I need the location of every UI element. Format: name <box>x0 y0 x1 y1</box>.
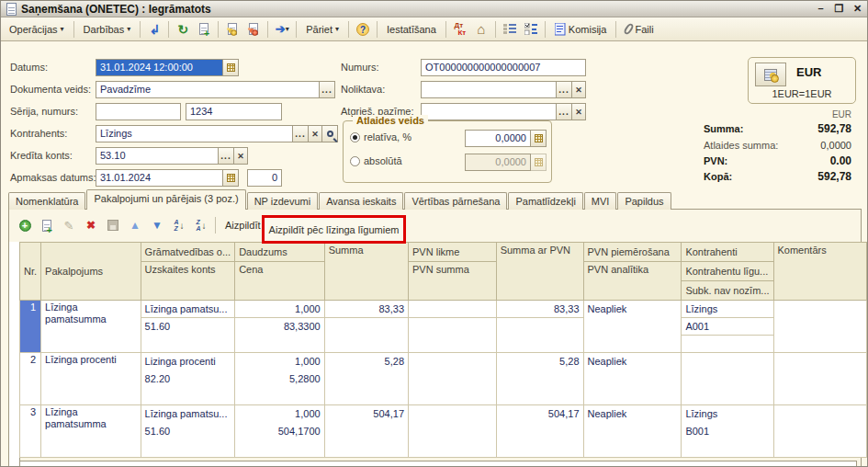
cell-konts[interactable]: Līzinga pamatsu... 51.60 <box>141 405 235 458</box>
darbibas-menu[interactable]: Darbības▾ <box>79 22 136 37</box>
kontrahents-search-button[interactable] <box>322 125 338 142</box>
kontrahents-input[interactable]: Līzings <box>96 125 293 142</box>
cell-daudzums-cena[interactable]: 1,000 5,2800 <box>235 353 325 405</box>
kontrahents-clear-button[interactable]: ✕ <box>309 125 322 142</box>
cell-summa[interactable]: 83,33 <box>324 301 408 353</box>
cell-konts[interactable]: Līzinga pamatsu... 51.60 <box>141 301 235 353</box>
cell-summa[interactable]: 504,17 <box>324 405 408 458</box>
minimize-button[interactable]: – <box>813 3 829 16</box>
save-close-button[interactable]: ↲ <box>145 21 163 38</box>
kredita-konts-input[interactable]: 53.10 <box>96 147 219 165</box>
pariet-menu[interactable]: Pāriet▾ <box>301 22 344 37</box>
cell-konts[interactable]: Lizinga procenti 82.20 <box>141 353 235 405</box>
restore-button[interactable]: ❐ <box>831 3 847 16</box>
company-button[interactable]: ⌂ <box>472 21 490 38</box>
cell-pakalpojums[interactable]: Līzinga pamatsumma <box>41 405 141 458</box>
row-add-button[interactable]: + <box>17 218 33 233</box>
cell-summa-ar-pvn[interactable]: 83,33 <box>496 301 583 353</box>
tab-papildus[interactable]: Papildus <box>617 192 671 210</box>
cell-summa-ar-pvn[interactable]: 504,17 <box>496 405 583 458</box>
apmaksas-datums-calendar-button[interactable] <box>223 169 239 187</box>
row-move-up-button[interactable]: ▲ <box>127 218 143 233</box>
absoluta-input[interactable]: 0,0000 <box>465 154 531 171</box>
tab-pakalpojumi[interactable]: Pakalpojumi un pārējais (3 poz.) <box>86 189 245 210</box>
help-button[interactable]: ? <box>354 21 372 38</box>
dokumenta-veids-select-button[interactable]: ... <box>320 81 335 98</box>
cell-summa[interactable]: 5,28 <box>324 353 408 405</box>
row-delete-button[interactable]: ✖ <box>83 218 99 233</box>
relativa-radio[interactable] <box>350 132 360 142</box>
relativa-calc-button[interactable] <box>531 130 547 147</box>
cell-komentars[interactable] <box>773 301 867 353</box>
row-move-down-button[interactable]: ▼ <box>149 218 165 233</box>
iestatisana-button[interactable]: Iestatīšana <box>382 22 441 37</box>
apmaksas-datums-input[interactable]: 31.01.2024 <box>96 169 223 187</box>
row-copy-button[interactable]: + <box>39 218 55 233</box>
kredita-konts-select-button[interactable]: ... <box>219 147 234 165</box>
cell-daudzums-cena[interactable]: 1,000 83,3300 <box>235 301 325 353</box>
sort-asc-button[interactable]: AZ↓ <box>171 218 187 233</box>
cell-kontrahenti[interactable]: Līzings A001 <box>682 301 773 353</box>
absoluta-calc-button[interactable] <box>531 154 547 171</box>
list-settings-button[interactable] <box>501 21 519 38</box>
dokumenta-veids-input[interactable]: Pavadzīme <box>96 81 320 98</box>
numurs-input[interactable]: OT000000000000000007 <box>421 59 586 76</box>
atgries-pazime-input[interactable] <box>421 103 557 120</box>
absoluta-radio[interactable] <box>350 156 360 166</box>
operacijas-menu[interactable]: Operācijas▾ <box>5 22 69 37</box>
cell-kontrahenti[interactable] <box>682 353 773 405</box>
dtkt-button[interactable]: ДтКт <box>451 21 469 38</box>
refresh-button[interactable]: ↻ <box>174 21 192 38</box>
row-save-button[interactable] <box>105 218 121 233</box>
cell-pvn-piemerosana[interactable]: Neapliek <box>583 301 682 353</box>
cell-pvn-likme[interactable] <box>409 353 497 405</box>
cell-komentars[interactable] <box>773 405 867 458</box>
sort-desc-button[interactable]: ZA↓ <box>193 218 209 233</box>
kredita-konts-clear-button[interactable]: ✕ <box>234 147 248 165</box>
cell-pakalpojums[interactable]: Līzinga pamatsumma <box>41 301 141 353</box>
row-number-selected[interactable]: 1 <box>20 301 41 353</box>
serija-input[interactable] <box>96 103 181 120</box>
noliktava-input[interactable] <box>421 81 557 98</box>
row-edit-button[interactable]: ✎ <box>61 218 77 233</box>
cell-pvn-piemerosana[interactable]: Neapliek <box>583 353 682 405</box>
list-icon <box>503 23 516 35</box>
row-number[interactable]: 3 <box>20 405 41 458</box>
komisija-button[interactable]: Komisija <box>550 21 612 38</box>
noliktava-select-button[interactable]: ... <box>557 81 572 98</box>
apmaksas-dienas-input[interactable]: 0 <box>247 169 282 187</box>
columns-settings-button[interactable] <box>522 21 540 38</box>
tab-avansa-ieskaits[interactable]: Avansa ieskaits <box>319 192 403 210</box>
tab-nomenklatura[interactable]: Nomenklatūra <box>8 192 85 210</box>
cell-pvn-piemerosana[interactable]: Neapliek <box>583 405 682 458</box>
copy-add-button[interactable]: + <box>195 21 213 38</box>
cell-pakalpojums[interactable]: Līzinga procenti <box>41 353 141 405</box>
currency-button[interactable] <box>755 63 786 86</box>
row-number[interactable]: 2 <box>20 353 41 405</box>
kontrahents-select-button[interactable]: ... <box>293 125 309 142</box>
dokumenta-numurs-input[interactable]: 1234 <box>186 103 282 120</box>
cell-summa-ar-pvn[interactable]: 5,28 <box>496 353 583 405</box>
export-button[interactable]: ➔▾ <box>273 21 291 38</box>
atgries-pazime-select-button[interactable]: ... <box>557 103 572 120</box>
cell-pvn-likme[interactable] <box>409 405 497 458</box>
datums-calendar-button[interactable] <box>223 59 239 76</box>
faili-button[interactable]: Faili <box>621 21 658 37</box>
close-button[interactable]: ✕ <box>850 3 865 16</box>
cell-kontrahenti[interactable]: Līzings B001 <box>682 405 773 458</box>
post-document-button[interactable] <box>223 21 242 38</box>
house-icon: ⌂ <box>477 21 485 37</box>
relativa-input[interactable]: 0,0000 <box>465 130 531 147</box>
noliktava-clear-button[interactable]: ✕ <box>572 81 586 98</box>
cell-pvn-likme[interactable] <box>409 301 497 353</box>
atgries-pazime-clear-button[interactable]: ✕ <box>572 103 586 120</box>
unpost-document-button[interactable] <box>244 21 263 38</box>
tab-pamatlidzekli[interactable]: Pamatlīdzekļi <box>508 192 582 210</box>
datums-input[interactable]: 31.01.2024 12:00:00 <box>96 59 223 76</box>
cell-daudzums-cena[interactable]: 1,000 504,1700 <box>235 405 325 458</box>
cell-komentars[interactable] <box>773 353 867 405</box>
tab-np-izdevumi[interactable]: NP izdevumi <box>247 192 319 210</box>
aizpildit-pec-lizinga-ligumiem-button[interactable]: Aizpildīt pēc līzinga līgumiem <box>269 224 400 235</box>
tab-vertibas-parnesana[interactable]: Vērtības pārnešana <box>404 192 507 210</box>
tab-mvi[interactable]: MVI <box>584 192 617 210</box>
